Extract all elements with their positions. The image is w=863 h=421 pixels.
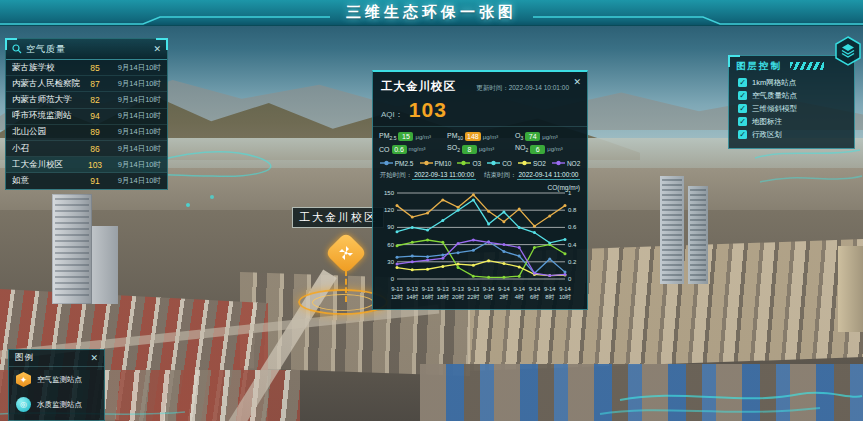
svg-text:0.8: 0.8 — [568, 207, 577, 213]
map-legend-panel: 图例 ✕ ✦空气监测站点◎水质监测站点 — [8, 349, 105, 421]
legend-panel-title: 图例 — [15, 352, 90, 364]
station-name: 工大金川校区 — [12, 159, 83, 171]
legend-item-list: ✦空气监测站点◎水质监测站点 — [9, 367, 104, 417]
layer-toggle[interactable]: ✓三维倾斜模型 — [729, 102, 854, 115]
chart-series-legend: PM2.5PM10O3COSO2NO2 — [373, 156, 587, 168]
layer-label: 空气质量站点 — [752, 91, 797, 101]
series-legend-item[interactable]: NO2 — [552, 160, 580, 167]
checkbox-checked-icon[interactable]: ✓ — [738, 117, 747, 126]
svg-text:9-14: 9-14 — [544, 286, 556, 292]
close-icon[interactable]: ✕ — [90, 354, 98, 363]
layer-label: 行政区划 — [752, 130, 782, 140]
station-row[interactable]: 工大金川校区1039月14日10时 — [6, 157, 167, 173]
station-name: 内蒙古人民检察院 — [12, 78, 83, 90]
series-marker-icon — [552, 160, 565, 166]
svg-text:9-14: 9-14 — [483, 286, 495, 292]
series-marker-icon — [420, 160, 433, 166]
svg-text:9-13: 9-13 — [437, 286, 449, 292]
pollutant-name: CO — [379, 146, 390, 153]
station-row[interactable]: 内蒙古人民检察院879月14日10时 — [6, 76, 167, 92]
station-aqi-value: 87 — [83, 79, 107, 89]
layer-toggle[interactable]: ✓1km网格站点 — [729, 76, 854, 89]
station-row[interactable]: 内蒙古师范大学829月14日10时 — [6, 92, 167, 108]
pollutant-unit: mg/m³ — [409, 146, 426, 152]
station-panel-title: 空气质量 — [26, 43, 153, 56]
layer-label: 三维倾斜模型 — [752, 104, 797, 114]
checkbox-checked-icon[interactable]: ✓ — [738, 78, 747, 87]
station-row[interactable]: 蒙古族学校859月14日10时 — [6, 60, 167, 76]
pollutant-value-badge: 8 — [462, 145, 477, 154]
checkbox-checked-icon[interactable]: ✓ — [738, 130, 747, 139]
pollutant-cell: O374μg/m³ — [515, 132, 581, 141]
svg-text:0: 0 — [568, 276, 572, 282]
svg-text:CO(mg/m³): CO(mg/m³) — [548, 184, 581, 192]
station-row[interactable]: 北山公园899月14日10时 — [6, 125, 167, 141]
pollutant-grid: PM2.515μg/m³PM10148μg/m³O374μg/m³CO0.6mg… — [373, 127, 587, 156]
aqi-label: AQI： — [381, 109, 403, 120]
aqi-readout: AQI： 103 — [373, 96, 587, 127]
station-row[interactable]: 如意919月14日10时 — [6, 173, 167, 189]
station-aqi-value: 103 — [83, 160, 107, 170]
svg-text:0时: 0时 — [484, 294, 493, 300]
svg-text:0.4: 0.4 — [568, 241, 577, 247]
aqi-value: 103 — [409, 98, 447, 122]
pollutant-value-badge: 6 — [530, 145, 545, 154]
pollutant-unit: μg/m³ — [547, 146, 562, 152]
svg-text:9-13: 9-13 — [391, 286, 403, 292]
station-detail-popup: 工大金川校区 更新时间：2022-09-14 10:01:00 ✕ AQI： 1… — [372, 70, 588, 310]
svg-text:9-13: 9-13 — [422, 286, 434, 292]
series-legend-item[interactable]: PM10 — [420, 160, 452, 167]
layers-hexagon-icon[interactable] — [833, 36, 863, 70]
close-icon[interactable]: ✕ — [153, 45, 161, 54]
svg-text:20时: 20时 — [452, 294, 464, 300]
svg-text:6时: 6时 — [530, 294, 539, 300]
svg-text:150: 150 — [384, 190, 395, 196]
svg-text:9-13: 9-13 — [452, 286, 464, 292]
pollutant-name: O3 — [515, 132, 523, 141]
svg-text:90: 90 — [387, 224, 394, 230]
series-legend-item[interactable]: CO — [487, 160, 512, 167]
station-panel-header: 空气质量 ✕ — [6, 39, 167, 60]
station-name: 如意 — [12, 175, 83, 187]
chart-time-range: 开始时间：2022-09-13 11:00:00 结束时间：2022-09-14… — [373, 168, 587, 181]
end-time: 结束时间：2022-09-14 11:00:00 — [484, 171, 580, 180]
svg-text:0.2: 0.2 — [568, 259, 577, 265]
start-time-value[interactable]: 2022-09-13 11:00:00 — [412, 171, 476, 180]
station-row[interactable]: 小召869月14日10时 — [6, 141, 167, 157]
pollutant-unit: μg/m³ — [483, 134, 498, 140]
station-list: 蒙古族学校859月14日10时内蒙古人民检察院879月14日10时内蒙古师范大学… — [6, 60, 167, 190]
layer-list: ✓1km网格站点✓空气质量站点✓三维倾斜模型✓地图标注✓行政区划 — [729, 76, 854, 141]
pollutant-value-badge: 15 — [398, 132, 413, 141]
series-legend-item[interactable]: PM2.5 — [380, 160, 414, 167]
layer-label: 1km网格站点 — [752, 78, 796, 88]
station-name: 内蒙古师范大学 — [12, 94, 83, 106]
station-name: 北山公园 — [12, 126, 83, 138]
popup-header: 工大金川校区 更新时间：2022-09-14 10:01:00 — [373, 72, 587, 96]
svg-text:120: 120 — [384, 207, 395, 213]
pinwheel-icon — [338, 245, 354, 261]
popup-title: 工大金川校区 — [381, 79, 456, 94]
svg-text:0.6: 0.6 — [568, 224, 577, 230]
layer-toggle[interactable]: ✓空气质量站点 — [729, 89, 854, 102]
svg-text:14时: 14时 — [406, 294, 418, 300]
checkbox-checked-icon[interactable]: ✓ — [738, 104, 747, 113]
update-time-label: 更新时间： — [476, 84, 509, 91]
close-icon[interactable]: ✕ — [573, 77, 581, 87]
pollutant-value-badge: 148 — [465, 132, 481, 141]
header-decoration — [0, 0, 863, 26]
station-aqi-value: 94 — [83, 111, 107, 121]
svg-text:30: 30 — [387, 259, 394, 265]
app-root: 工大金川校区 三维生态环保一张图 空气质量 ✕ 蒙古族学校859月14日10时内… — [0, 0, 863, 421]
pollutant-value-badge: 74 — [525, 132, 540, 141]
end-time-value[interactable]: 2022-09-14 11:00:00 — [517, 171, 581, 180]
station-aqi-value: 91 — [83, 176, 107, 186]
layer-toggle[interactable]: ✓行政区划 — [729, 128, 854, 141]
layer-toggle[interactable]: ✓地图标注 — [729, 115, 854, 128]
series-legend-item[interactable]: SO2 — [518, 160, 546, 167]
series-legend-item[interactable]: O3 — [457, 160, 481, 167]
checkbox-checked-icon[interactable]: ✓ — [738, 91, 747, 100]
pollutant-cell: PM2.515μg/m³ — [379, 132, 445, 141]
station-row[interactable]: 呼市环境监测站949月14日10时 — [6, 109, 167, 125]
start-time: 开始时间：2022-09-13 11:00:00 — [380, 171, 476, 180]
svg-text:18时: 18时 — [437, 294, 449, 300]
